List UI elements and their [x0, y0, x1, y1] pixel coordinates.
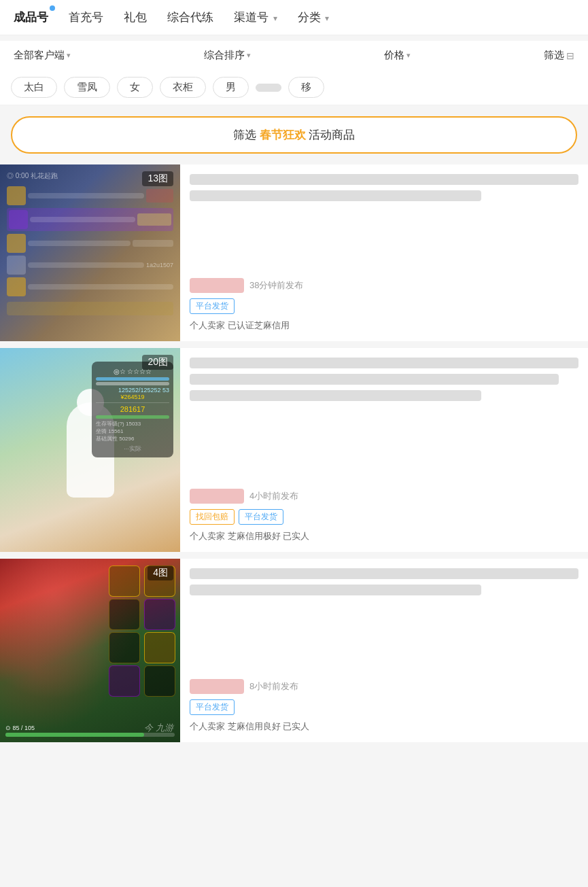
badge-platform-1: 平台发货: [190, 298, 235, 314]
tag-blurred[interactable]: [256, 84, 281, 92]
product-thumb-1: ◎ 0:00 礼花起跑: [0, 164, 180, 341]
tag-nv[interactable]: 女: [117, 77, 153, 98]
product-price-3: [190, 679, 244, 694]
price-arrow-icon: ▾: [407, 51, 411, 60]
tag-row: 太白 雪凤 女 衣柜 男 移: [0, 70, 588, 105]
tag-yi[interactable]: 移: [288, 77, 324, 98]
nav-item-chenpin[interactable]: 成品号: [14, 10, 48, 25]
nav-item-fenlei[interactable]: 分类 ▾: [298, 10, 330, 25]
top-navigation: 成品号 首充号 礼包 综合代练 渠道号 ▾ 分类 ▾: [0, 0, 588, 35]
price-filter[interactable]: 价格 ▾: [384, 49, 411, 62]
items-grid: [109, 566, 177, 697]
fenlei-arrow-icon: ▾: [325, 14, 329, 23]
product-time-1: 38分钟前发布: [249, 279, 303, 292]
product-info-3: 8小时前发布 平台发货 个人卖家 芝麻信用良好 已实人: [180, 559, 588, 742]
tag-yigui[interactable]: 衣柜: [160, 77, 206, 98]
product-badges-3: 平台发货: [190, 699, 578, 715]
product-price-2: [190, 489, 244, 504]
product-time-2: 4小时前发布: [249, 490, 298, 502]
img-count-2: 20图: [142, 355, 173, 370]
qudao-arrow-icon: ▾: [273, 14, 277, 23]
promo-banner[interactable]: 筛选 春节狂欢 活动商品: [11, 116, 577, 154]
badge-platform-3: 平台发货: [190, 699, 235, 715]
product-card-2[interactable]: ◎☆ ☆☆☆☆ 125252/125252 53 ¥264519 281617 …: [0, 348, 588, 552]
tag-nan[interactable]: 男: [213, 77, 249, 98]
product-title-2-line3: [190, 390, 481, 401]
product-title-1-line1: [190, 174, 578, 185]
product-time-3: 8小时前发布: [249, 680, 298, 693]
client-filter[interactable]: 全部客户端 ▾: [14, 49, 71, 62]
product-title-1-line2: [190, 190, 481, 201]
nav-badge: [50, 5, 55, 11]
img-count-3: 4图: [148, 566, 173, 580]
client-arrow-icon: ▾: [67, 51, 71, 60]
badge-refund-2: 找回包赔: [190, 509, 235, 525]
product-badges-2: 找回包赔 平台发货: [190, 509, 578, 525]
filter-icon: ⊟: [566, 50, 574, 61]
nav-item-dailianN[interactable]: 综合代练: [167, 10, 213, 25]
product-title-3-line1: [190, 568, 578, 579]
tag-xuefeng[interactable]: 雪凤: [64, 77, 110, 98]
product-info-2: 4小时前发布 找回包赔 平台发货 个人卖家 芝麻信用极好 已实人: [180, 348, 588, 552]
seller-info-3: 个人卖家 芝麻信用良好 已实人: [190, 720, 578, 733]
seller-info-1: 个人卖家 已认证芝麻信用: [190, 319, 578, 332]
product-title-3-line2: [190, 585, 481, 595]
product-thumb-3: ⊙ 85 / 105 今 九游 4图: [0, 559, 180, 742]
jiuyou-watermark: 今 九游: [144, 722, 173, 734]
seller-info-2: 个人卖家 芝麻信用极好 已实人: [190, 530, 578, 542]
nav-item-libao[interactable]: 礼包: [124, 10, 147, 25]
sort-arrow-icon: ▾: [247, 51, 251, 60]
product-thumb-2: ◎☆ ☆☆☆☆ 125252/125252 53 ¥264519 281617 …: [0, 348, 180, 552]
tag-taibi[interactable]: 太白: [11, 77, 57, 98]
product-card-3[interactable]: ⊙ 85 / 105 今 九游 4图 8小时前发布 平台发货 个人卖家 芝麻信用…: [0, 559, 588, 742]
stats-box: ◎☆ ☆☆☆☆ 125252/125252 53 ¥264519 281617 …: [92, 362, 173, 457]
filter-row: 全部客户端 ▾ 综合排序 ▾ 价格 ▾ 筛选 ⊟: [0, 41, 588, 70]
filter-btn[interactable]: 筛选 ⊟: [544, 49, 574, 62]
product-title-2-line2: [190, 374, 559, 385]
nav-item-shouchong[interactable]: 首充号: [69, 10, 103, 25]
img-count-1: 13图: [142, 171, 173, 186]
product-badges-1: 平台发货: [190, 298, 578, 314]
badge-platform-2: 平台发货: [239, 509, 283, 525]
product-title-2-line1: [190, 358, 578, 368]
sort-filter[interactable]: 综合排序 ▾: [204, 49, 251, 62]
product-info-1: 38分钟前发布 平台发货 个人卖家 已认证芝麻信用: [180, 164, 588, 341]
product-price-1: [190, 278, 244, 293]
product-card-1[interactable]: ◎ 0:00 礼花起跑: [0, 164, 588, 341]
product-list: ◎ 0:00 礼花起跑: [0, 164, 588, 763]
nav-item-qudao[interactable]: 渠道号 ▾: [234, 10, 277, 25]
